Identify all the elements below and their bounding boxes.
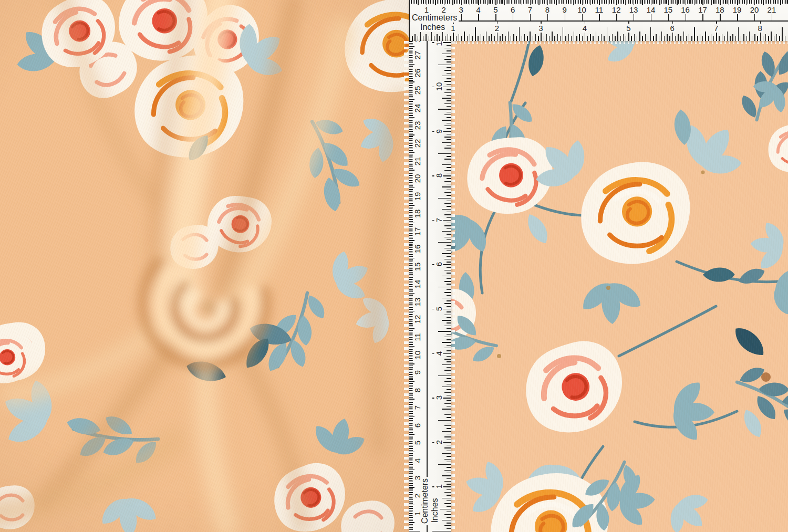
cm-tick-number: 20 — [749, 5, 760, 14]
ruler-tick — [513, 34, 514, 41]
ruler-tick — [409, 311, 414, 311]
cm-tick-number: 17 — [697, 5, 708, 14]
ruler-tick — [447, 184, 451, 184]
cm-tick-number: 16 — [680, 5, 691, 14]
ruler-tick — [452, 0, 453, 5]
ruler-tick — [464, 32, 464, 41]
ruler-tick — [409, 529, 413, 530]
ruler-tick — [682, 0, 682, 4]
ruler-tick — [678, 34, 678, 41]
ruler-tick — [409, 416, 414, 417]
ruler-tick — [613, 0, 614, 4]
ruler-tick — [535, 0, 536, 4]
ruler-tick — [546, 34, 547, 41]
ruler-tick — [577, 0, 577, 4]
ruler-tick — [409, 437, 413, 438]
ruler-tick — [748, 0, 748, 4]
ruler-tick — [758, 0, 759, 4]
ruler-tick — [444, 303, 451, 304]
ruler-tick — [739, 0, 739, 4]
ruler-tick — [447, 384, 451, 384]
ruler-tick — [470, 0, 470, 5]
ruler-tick — [409, 526, 413, 526]
ruler-tick — [677, 0, 677, 5]
ruler-tick — [609, 36, 610, 41]
ruler-tick — [724, 36, 725, 41]
ruler-tick — [522, 0, 522, 5]
ruler-tick — [447, 201, 451, 201]
ruler-tick — [442, 431, 451, 432]
cm-tick-number: 10 — [413, 349, 422, 360]
ruler-tick — [444, 326, 451, 326]
ruler-tick — [768, 0, 769, 4]
ruler-tick — [466, 0, 466, 4]
ruler-tick — [612, 34, 613, 41]
ruler-tick — [438, 331, 451, 331]
ruler-tick — [409, 115, 413, 116]
ruler-tick — [533, 36, 533, 41]
ruler-tick — [637, 36, 637, 41]
ruler-tick — [675, 36, 676, 41]
ruler-tick — [409, 520, 413, 521]
ruler-tick — [447, 373, 451, 373]
ruler-tick — [409, 487, 414, 487]
ruler-tick — [648, 36, 648, 41]
ruler-tick — [584, 0, 584, 4]
ruler-tick — [590, 34, 590, 41]
ruler-tick — [409, 101, 413, 101]
ruler-tick — [487, 0, 488, 5]
ruler-tick — [432, 531, 451, 531]
ruler-tick — [615, 0, 615, 4]
cm-tick-number: 19 — [732, 5, 743, 14]
ruler-tick — [447, 67, 451, 68]
ruler-tick — [782, 0, 783, 4]
ruler-tick — [571, 36, 572, 41]
ruler-tick — [409, 506, 413, 507]
ruler-tick — [727, 0, 727, 4]
ruler-tick — [702, 36, 703, 41]
ruler-tick — [447, 289, 451, 290]
ruler-tick — [667, 34, 667, 41]
ruler-tick — [409, 207, 413, 207]
ruler-tick — [444, 137, 451, 137]
ruler-tick — [771, 32, 771, 41]
cm-tick-number: 11 — [594, 5, 605, 14]
ruler-tick — [409, 46, 414, 47]
ruler-tick — [763, 0, 763, 5]
ruler-tick — [719, 36, 719, 41]
ruler-tick — [447, 528, 451, 529]
ruler-tick — [623, 0, 624, 4]
ruler-tick — [459, 0, 460, 4]
ruler-tick — [544, 36, 544, 41]
ruler-tick — [409, 276, 414, 276]
cm-scale-label: Centimeters — [410, 13, 459, 23]
cm-tick-number: 25 — [413, 85, 422, 96]
ruler-tick — [442, 76, 451, 76]
inch-tick-number: 7 — [434, 217, 443, 223]
ruler-tick — [409, 378, 413, 378]
ruler-tick — [652, 0, 653, 4]
ruler-tick — [409, 242, 413, 243]
ruler-tick — [447, 456, 451, 456]
ruler-tick — [654, 0, 655, 4]
ruler-tick — [735, 0, 736, 4]
ruler-tick — [447, 156, 451, 157]
inch-tick-number: 5 — [434, 306, 443, 312]
ruler-tick — [785, 36, 785, 41]
ruler-tick — [414, 0, 415, 4]
ruler-tick — [520, 0, 520, 4]
ruler-tick — [447, 151, 451, 151]
ruler-tick — [556, 0, 556, 5]
ruler-tick — [409, 187, 414, 188]
ruler-tick — [444, 403, 451, 404]
ruler-tick — [442, 475, 451, 476]
ruler-tick — [464, 0, 465, 4]
ruler-tick — [409, 22, 410, 41]
ruler-tick — [754, 34, 755, 41]
ruler-tick — [409, 48, 413, 49]
ruler-tick — [447, 278, 451, 279]
ruler-tick — [409, 501, 413, 502]
ruler-tick — [713, 0, 713, 4]
ruler-tick — [718, 0, 719, 4]
ruler-tick — [409, 466, 413, 466]
